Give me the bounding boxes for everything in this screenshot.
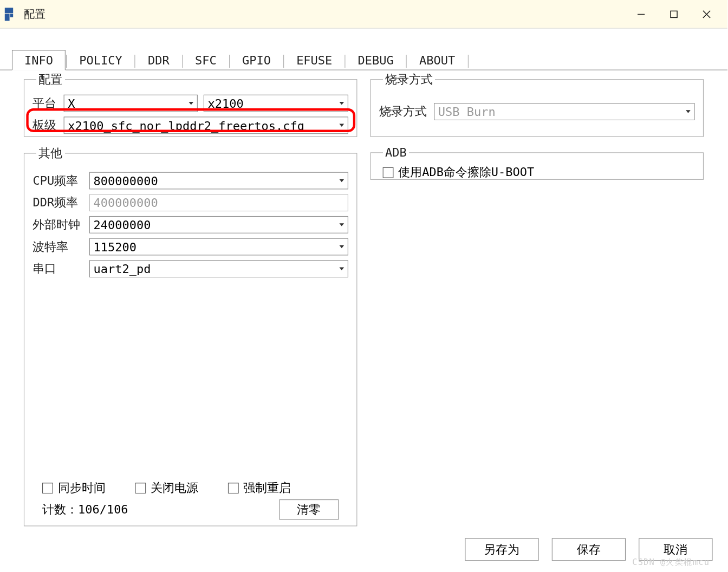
window-title: 配置 [24,7,46,21]
power-off-label: 关闭电源 [151,480,198,496]
group-other: 其他 CPU频率 800000000 DDR频率 400000000 外部时钟 … [24,145,357,526]
group-other-legend: 其他 [36,145,65,161]
burn-mode-select[interactable]: USB Burn [434,103,694,120]
uart-label: 串口 [32,261,89,277]
ddr-freq-input: 400000000 [89,194,348,211]
app-icon [5,8,18,21]
save-button[interactable]: 保存 [552,538,626,561]
sync-time-checkbox[interactable] [42,483,53,493]
power-off-checkbox[interactable] [135,483,146,493]
tab-efuse[interactable]: EFUSE [284,50,344,69]
svg-rect-1 [670,11,677,17]
tab-gpio[interactable]: GPIO [230,50,283,69]
chevron-down-icon [337,243,346,251]
chevron-down-icon [337,121,346,129]
tabs: INFO POLICY DDR SFC GPIO EFUSE DEBUG ABO… [0,50,727,70]
titlebar: 配置 [0,0,727,29]
tab-debug[interactable]: DEBUG [346,50,406,69]
group-adb: ADB 使用ADB命令擦除U-BOOT [370,145,704,180]
uart-select[interactable]: uart2_pd [89,260,348,277]
tab-info[interactable]: INFO [12,50,66,70]
board-select[interactable]: x2100_sfc_nor_lpddr2_freertos.cfg [64,116,348,134]
chevron-down-icon [337,177,346,185]
close-button[interactable] [690,2,723,26]
platform-label: 平台 [32,95,63,112]
tab-about[interactable]: ABOUT [407,50,467,69]
cpu-freq-select[interactable]: 800000000 [89,172,348,190]
ddr-freq-value: 400000000 [94,196,158,210]
tab-policy[interactable]: POLICY [67,50,134,69]
minimize-button[interactable] [625,2,657,26]
ext-clock-label: 外部时钟 [32,217,89,233]
maximize-button[interactable] [657,2,690,26]
tab-ddr[interactable]: DDR [136,50,181,69]
uart-value: uart2_pd [94,262,151,276]
adb-erase-label: 使用ADB命令擦除U-BOOT [398,164,534,180]
sync-time-label: 同步时间 [58,480,106,496]
group-burn: 烧录方式 烧录方式 USB Burn [370,72,704,137]
force-reboot-checkbox[interactable] [228,483,239,493]
cpu-freq-label: CPU频率 [32,173,89,189]
baud-label: 波特率 [32,239,89,255]
watermark: CSDN @火柴棍mcu [632,557,710,568]
ext-clock-select[interactable]: 24000000 [89,216,348,233]
chevron-down-icon [187,99,195,107]
baud-select[interactable]: 115200 [89,238,348,256]
ext-clock-value: 24000000 [94,218,151,232]
ddr-freq-label: DDR频率 [32,194,89,211]
save-as-button[interactable]: 另存为 [465,538,538,561]
chevron-down-icon [337,265,346,273]
group-burn-legend: 烧录方式 [383,72,435,88]
tab-sfc[interactable]: SFC [183,50,229,69]
force-reboot-label: 强制重启 [243,480,291,496]
chip-select[interactable]: x2100 [204,95,348,112]
chevron-down-icon [684,107,692,115]
burn-mode-label: 烧录方式 [379,103,434,120]
cpu-freq-value: 800000000 [94,173,158,187]
chevron-down-icon [337,220,346,229]
count-label: 计数：106/106 [42,502,128,518]
adb-erase-checkbox[interactable] [383,167,394,178]
group-config: 配置 平台 X x2100 板级 x2100_sfc_nor_lpddr2_fr… [24,72,357,137]
clear-button[interactable]: 清零 [279,499,339,519]
board-label: 板级 [32,118,63,134]
chip-value: x2100 [208,96,244,110]
group-adb-legend: ADB [383,145,409,159]
board-value: x2100_sfc_nor_lpddr2_freertos.cfg [68,118,304,132]
burn-mode-value: USB Burn [438,105,496,119]
baud-value: 115200 [94,239,136,253]
group-config-legend: 配置 [36,72,65,88]
chevron-down-icon [337,99,346,107]
platform-value: X [68,96,75,110]
platform-select[interactable]: X [64,95,198,112]
